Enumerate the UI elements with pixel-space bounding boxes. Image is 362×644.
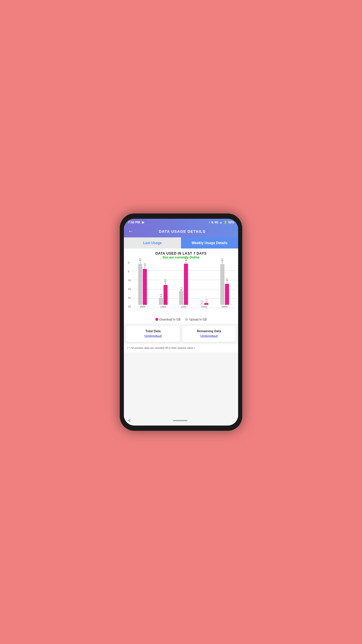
upload-bar-15/02 xyxy=(138,264,142,305)
bars-container: 21. 84 419. 28 515/023.8 1810. 68 813/02… xyxy=(132,261,235,308)
download-bar-10/02 xyxy=(204,303,208,305)
status-bar: 7:56 PM ▶ • ⇅ 4G ▲ 🔋 50% xyxy=(124,219,238,226)
upload-label-12/02: 7.3 84 xyxy=(180,287,182,291)
signal-label: 4G xyxy=(215,221,218,224)
bar-group-10/02: 0.3 131.0 1210/02 xyxy=(195,299,213,308)
youtube-icon: ▶ xyxy=(142,220,144,224)
legend: Download In GB Upload In GB xyxy=(124,316,238,323)
y-axis: 25 20 15 10 5 0 xyxy=(127,261,132,308)
remaining-data-title: Remaining Data xyxy=(186,329,232,333)
remaining-data-value: Unlimited xyxy=(186,334,232,338)
signal-bars-icon: ▲ xyxy=(219,221,222,224)
content-area: DATA USED IN LAST 7 DAYS You are current… xyxy=(124,249,238,416)
legend-download-label: Download In GB xyxy=(159,318,181,321)
phone-screen: 7:56 PM ▶ • ⇅ 4G ▲ 🔋 50% ← DATA USAGE DE… xyxy=(124,219,238,426)
data-cards: Total Data Unlimited Remaining Data Unli… xyxy=(124,323,238,344)
upload-label-15/02: 21. 84 4 xyxy=(139,258,141,264)
download-bar-15/02 xyxy=(143,269,147,305)
disclaimer: ( * All numeric data are rounded off to … xyxy=(124,344,238,352)
bar-date-15/02: 15/02 xyxy=(140,305,145,308)
app-header: ← DATA USAGE DETAILS xyxy=(124,226,238,237)
upload-bar-09/02 xyxy=(220,264,224,305)
upload-bar-13/02 xyxy=(159,298,163,305)
upload-label-09/02: 21. 82 5 xyxy=(221,258,224,264)
upload-bar-12/02 xyxy=(179,291,183,305)
bar-group-12/02: 7.3 8422. 09 912/02 xyxy=(174,258,193,308)
upload-label-10/02: 0.3 13 xyxy=(201,300,203,304)
tab-weekly-usage[interactable]: Weekly Usage Details xyxy=(181,237,238,249)
bottom-nav: < xyxy=(124,416,238,426)
bar-group-15/02: 21. 84 419. 28 515/02 xyxy=(133,258,152,308)
download-label-13/02: 10. 68 8 xyxy=(164,279,166,285)
bar-group-09/02: 21. 82 511. 26 709/02 xyxy=(215,258,234,308)
network-icon: ⇅ xyxy=(211,221,213,224)
download-label-10/02: 1.0 12 xyxy=(205,299,208,303)
total-data-card: Total Data Unlimited xyxy=(126,326,180,342)
upload-dot xyxy=(185,318,188,321)
upload-bar-10/02 xyxy=(200,304,204,305)
download-bar-09/02 xyxy=(225,284,229,305)
bar-date-09/02: 09/02 xyxy=(222,305,228,308)
download-bar-13/02 xyxy=(164,285,168,305)
download-bar-12/02 xyxy=(184,264,188,305)
download-dot xyxy=(155,318,158,321)
legend-upload: Upload In GB xyxy=(185,318,207,321)
chart-title: DATA USED IN LAST 7 DAYS xyxy=(127,251,235,256)
bar-date-10/02: 10/02 xyxy=(201,305,207,308)
tab-last-usage[interactable]: Last Usage xyxy=(124,237,181,249)
download-label-15/02: 19. 28 5 xyxy=(144,263,146,269)
chart-section: DATA USED IN LAST 7 DAYS You are current… xyxy=(124,249,238,316)
remaining-data-card: Remaining Data Unlimited xyxy=(182,326,236,342)
upload-label-13/02: 3.8 18 xyxy=(159,294,162,298)
total-data-value: Unlimited xyxy=(130,334,176,338)
download-label-12/02: 22. 09 9 xyxy=(185,258,187,264)
nav-back-button[interactable]: < xyxy=(128,418,131,423)
dot-icon: • xyxy=(209,221,210,224)
back-button[interactable]: ← xyxy=(128,228,133,235)
legend-upload-label: Upload In GB xyxy=(189,318,207,321)
bar-date-13/02: 13/02 xyxy=(160,305,166,308)
phone-frame: 7:56 PM ▶ • ⇅ 4G ▲ 🔋 50% ← DATA USAGE DE… xyxy=(120,214,242,431)
total-data-title: Total Data xyxy=(130,329,176,333)
tab-bar: Last Usage Weekly Usage Details xyxy=(124,237,238,249)
battery-icon: 🔋 xyxy=(224,221,227,224)
bar-date-12/02: 12/02 xyxy=(181,305,187,308)
status-time: 7:56 PM xyxy=(128,220,140,224)
page-title: DATA USAGE DETAILS xyxy=(136,229,228,234)
download-label-09/02: 11. 26 7 xyxy=(226,278,228,284)
nav-home-pill[interactable] xyxy=(173,420,187,421)
battery-label: 50% xyxy=(228,221,234,224)
legend-download: Download In GB xyxy=(155,318,181,321)
bar-group-13/02: 3.8 1810. 68 813/02 xyxy=(154,279,172,308)
